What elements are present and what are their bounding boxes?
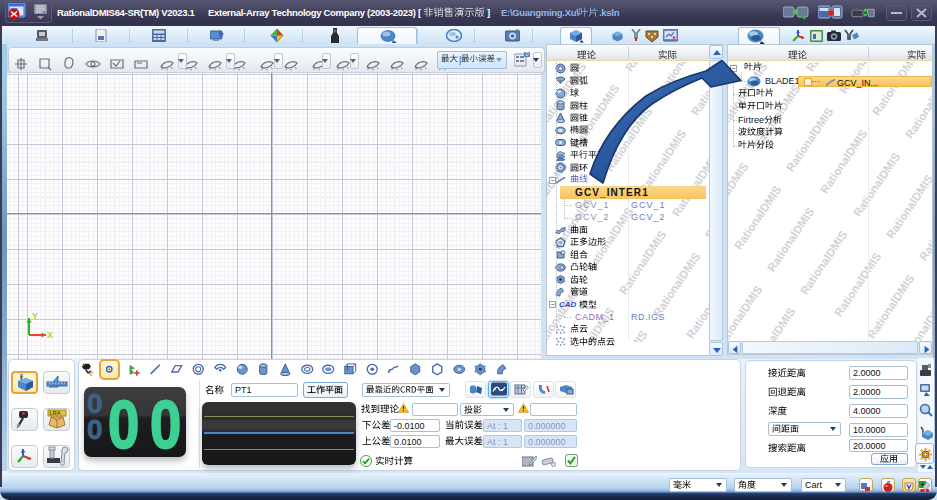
svg-text:X: X bbox=[47, 330, 53, 340]
svg-text:LRA: LRA bbox=[50, 410, 61, 416]
svg-text:Y: Y bbox=[32, 311, 38, 321]
